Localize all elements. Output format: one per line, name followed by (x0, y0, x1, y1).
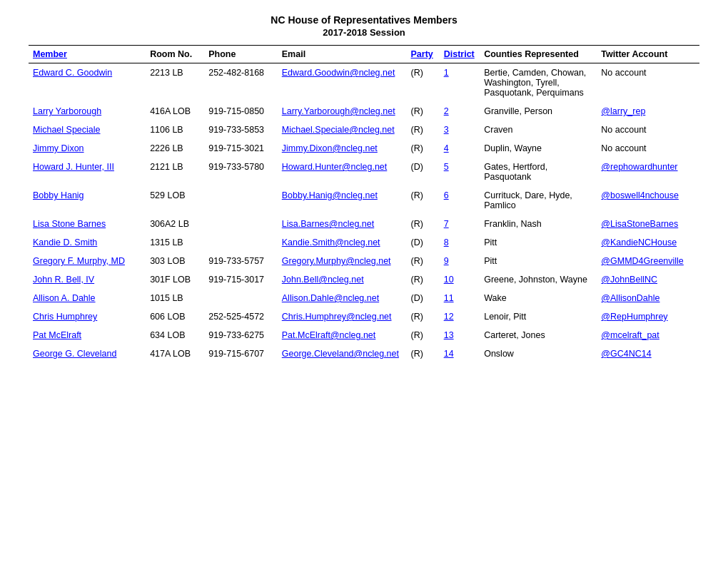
member-name-link[interactable]: Kandie D. Smith (33, 237, 97, 247)
member-name-link[interactable]: Gregory F. Murphy, MD (33, 256, 125, 266)
member-name-link[interactable]: Pat McElraft (33, 330, 81, 340)
party: (R) (407, 102, 440, 121)
party: (R) (407, 307, 440, 326)
counties: Lenoir, Pitt (480, 307, 597, 326)
twitter-link[interactable]: @RepHumphrey (601, 312, 667, 322)
table-body: Edward C. Goodwin2213 LB252-482-8168Edwa… (29, 63, 699, 364)
district-link[interactable]: 5 (444, 162, 449, 172)
counties: Currituck, Dare, Hyde, Pamlico (480, 186, 597, 215)
member-name-link[interactable]: Larry Yarborough (33, 106, 101, 116)
room-number: 529 LOB (146, 186, 204, 215)
member-name-link[interactable]: George G. Cleveland (33, 349, 116, 359)
district-link[interactable]: 2 (444, 106, 449, 116)
col-header-member[interactable]: Member (29, 46, 146, 63)
table-row: Edward C. Goodwin2213 LB252-482-8168Edwa… (29, 63, 699, 103)
table-row: John R. Bell, IV301F LOB919-715-3017John… (29, 270, 699, 289)
email-link[interactable]: John.Bell@ncleg.net (282, 275, 364, 285)
table-row: Jimmy Dixon2226 LB919-715-3021Jimmy.Dixo… (29, 139, 699, 158)
email-link[interactable]: Larry.Yarborough@ncleg.net (282, 106, 395, 116)
phone-number: 919-733-5853 (204, 121, 278, 139)
email-link[interactable]: Michael.Speciale@ncleg.net (282, 125, 395, 135)
table-row: Gregory F. Murphy, MD303 LOB919-733-5757… (29, 252, 699, 270)
page-subtitle: 2017-2018 Session (29, 27, 699, 38)
email-link[interactable]: George.Cleveland@ncleg.net (282, 349, 399, 359)
counties: Craven (480, 121, 597, 139)
member-name-link[interactable]: Jimmy Dixon (33, 143, 84, 153)
room-number: 306A2 LB (146, 215, 204, 233)
email-link[interactable]: Bobby.Hanig@ncleg.net (282, 190, 378, 200)
district-link[interactable]: 8 (444, 237, 449, 247)
col-header-party[interactable]: Party (407, 46, 440, 63)
phone-number (204, 233, 278, 252)
twitter-link[interactable]: @LisaStoneBarnes (601, 219, 678, 229)
room-number: 1015 LB (146, 289, 204, 307)
email-link[interactable]: Lisa.Barnes@ncleg.net (282, 219, 374, 229)
col-header-room: Room No. (146, 46, 204, 63)
twitter-link[interactable]: @boswell4nchouse (601, 190, 679, 200)
email-link[interactable]: Pat.McElraft@ncleg.net (282, 330, 376, 340)
room-number: 1315 LB (146, 233, 204, 252)
phone-number (204, 289, 278, 307)
district-link[interactable]: 12 (444, 312, 454, 322)
twitter-account: @boswell4nchouse (597, 186, 699, 215)
col-header-twitter: Twitter Account (597, 46, 699, 63)
member-name-link[interactable]: Lisa Stone Barnes (33, 219, 106, 229)
room-number: 416A LOB (146, 102, 204, 121)
district-link[interactable]: 10 (444, 275, 454, 285)
district-link[interactable]: 9 (444, 256, 449, 266)
party: (R) (407, 215, 440, 233)
col-header-counties: Counties Represented (480, 46, 597, 63)
twitter-link[interactable]: @larry_rep (601, 106, 645, 116)
phone-number: 919-715-3021 (204, 139, 278, 158)
district-link[interactable]: 13 (444, 330, 454, 340)
twitter-link[interactable]: @mcelraft_pat (601, 330, 659, 340)
email-link[interactable]: Chris.Humphrey@ncleg.net (282, 312, 392, 322)
room-number: 2226 LB (146, 139, 204, 158)
twitter-link[interactable]: @AllisonDahle (601, 293, 659, 303)
counties: Duplin, Wayne (480, 139, 597, 158)
email-link[interactable]: Howard.Hunter@ncleg.net (282, 162, 388, 172)
twitter-link[interactable]: @KandieNCHouse (601, 237, 677, 247)
email-link[interactable]: Allison.Dahle@ncleg.net (282, 293, 379, 303)
district-link[interactable]: 6 (444, 190, 449, 200)
phone-number: 919-733-6275 (204, 326, 278, 344)
party: (D) (407, 158, 440, 186)
district-link[interactable]: 1 (444, 68, 449, 78)
member-name-link[interactable]: Chris Humphrey (33, 312, 97, 322)
member-name-link[interactable]: Howard J. Hunter, III (33, 162, 114, 172)
member-name-link[interactable]: Michael Speciale (33, 125, 101, 135)
room-number: 301F LOB (146, 270, 204, 289)
twitter-link[interactable]: @GC4NC14 (601, 349, 651, 359)
phone-number: 919-715-6707 (204, 344, 278, 363)
page-title: NC House of Representatives Members (29, 14, 699, 26)
member-name-link[interactable]: John R. Bell, IV (33, 275, 94, 285)
counties: Pitt (480, 233, 597, 252)
col-header-district[interactable]: District (440, 46, 480, 63)
phone-number (204, 186, 278, 215)
twitter-link[interactable]: @GMMD4Greenville (601, 256, 684, 266)
member-name-link[interactable]: Bobby Hanig (33, 190, 84, 200)
email-link[interactable]: Kandie.Smith@ncleg.net (282, 237, 380, 247)
party: (R) (407, 344, 440, 363)
room-number: 634 LOB (146, 326, 204, 344)
member-name-link[interactable]: Edward C. Goodwin (33, 68, 112, 78)
twitter-account: @KandieNCHouse (597, 233, 699, 252)
email-link[interactable]: Gregory.Murphy@ncleg.net (282, 256, 391, 266)
counties: Gates, Hertford, Pasquotank (480, 158, 597, 186)
counties: Onslow (480, 344, 597, 363)
member-name-link[interactable]: Allison A. Dahle (33, 293, 96, 303)
district-link[interactable]: 14 (444, 349, 454, 359)
district-link[interactable]: 7 (444, 219, 449, 229)
district-link[interactable]: 11 (444, 293, 454, 303)
table-row: Allison A. Dahle1015 LBAllison.Dahle@ncl… (29, 289, 699, 307)
party: (D) (407, 233, 440, 252)
twitter-link[interactable]: @rephowardhunter (601, 162, 677, 172)
email-link[interactable]: Jimmy.Dixon@ncleg.net (282, 143, 378, 153)
email-link[interactable]: Edward.Goodwin@ncleg.net (282, 68, 395, 78)
counties: Carteret, Jones (480, 326, 597, 344)
district-link[interactable]: 3 (444, 125, 449, 135)
district-link[interactable]: 4 (444, 143, 449, 153)
twitter-link[interactable]: @JohnBellNC (601, 275, 657, 285)
table-row: Pat McElraft634 LOB919-733-6275Pat.McElr… (29, 326, 699, 344)
party: (R) (407, 270, 440, 289)
